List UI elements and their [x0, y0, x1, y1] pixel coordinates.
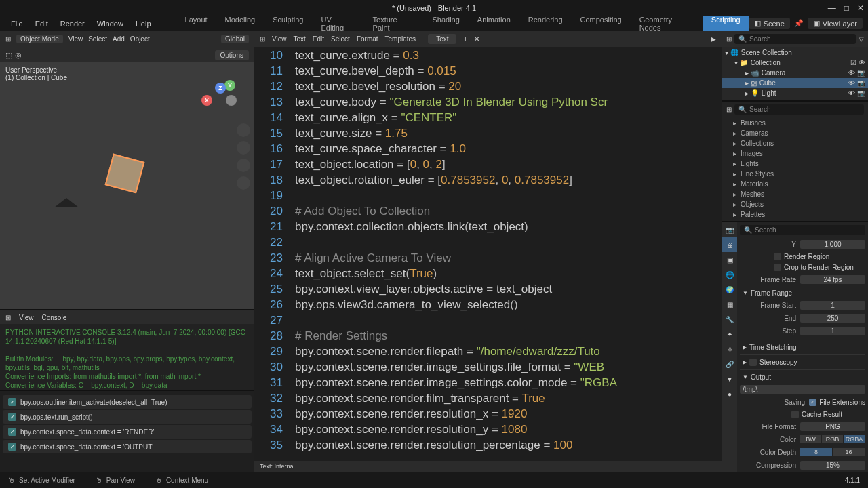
- maximize-icon[interactable]: □: [844, 3, 849, 13]
- gizmo-x-icon[interactable]: X: [201, 95, 212, 106]
- code-line[interactable]: 17text_object.location = [0, 0, 2]: [254, 157, 722, 172]
- frame-step-input[interactable]: 1: [800, 327, 865, 336]
- code-line[interactable]: 27: [254, 312, 722, 328]
- mode-selector[interactable]: Object Mode: [16, 35, 63, 43]
- tab-scripting[interactable]: Scripting: [703, 14, 749, 34]
- code-line[interactable]: 35bpy.context.scene.render.resolution_pe…: [254, 437, 722, 453]
- menu-help[interactable]: Help: [130, 18, 157, 29]
- menu-render[interactable]: Render: [55, 18, 90, 29]
- code-line[interactable]: 16text_curve.space_character = 1.0: [254, 141, 722, 157]
- te-text[interactable]: Text: [294, 35, 306, 43]
- catalog-brushes[interactable]: ▸ Brushes: [722, 118, 868, 128]
- camera-object[interactable]: [54, 198, 79, 207]
- menu-edit[interactable]: Edit: [30, 18, 54, 29]
- tab-animation[interactable]: Animation: [469, 14, 519, 34]
- prop-tab-modifiers[interactable]: 🔧: [722, 312, 737, 327]
- code-line[interactable]: 19: [254, 188, 722, 203]
- code-line[interactable]: 18text_object.rotation_euler = [0.785395…: [254, 172, 722, 188]
- framerate-select[interactable]: 24 fps: [800, 275, 865, 284]
- options-button[interactable]: Options: [215, 50, 249, 60]
- out-scene-collection[interactable]: ▾ 🌐 Scene Collection: [722, 47, 868, 58]
- filter-icon[interactable]: ▽: [859, 35, 864, 43]
- tool-select-icon[interactable]: ⬚: [5, 51, 12, 60]
- unlink-icon[interactable]: ✕: [474, 35, 479, 43]
- stereoscopy-section[interactable]: ▶Stereoscopy: [740, 357, 865, 367]
- outliner-light[interactable]: ▸ 💡 Light👁📷: [722, 88, 868, 98]
- tab-modeling[interactable]: Modeling: [217, 14, 264, 34]
- code-line[interactable]: 25bpy.context.view_layer.objects.active …: [254, 281, 722, 297]
- tab-rendering[interactable]: Rendering: [520, 14, 571, 34]
- prop-tab-particles[interactable]: ✦: [722, 327, 737, 342]
- text-editor-icon[interactable]: ⊞: [260, 35, 265, 43]
- te-edit[interactable]: Edit: [313, 35, 324, 43]
- orientation-selector[interactable]: Global: [221, 35, 249, 43]
- catalog-images[interactable]: ▸ Images: [722, 148, 868, 159]
- frame-end-input[interactable]: 250: [800, 314, 865, 323]
- catalog-materials[interactable]: ▸ Materials: [722, 179, 868, 189]
- code-line[interactable]: 23# Align Active Camera To View: [254, 250, 722, 266]
- file-format-select[interactable]: PNG: [800, 422, 865, 431]
- code-line[interactable]: 12text_curve.bevel_resolution = 20: [254, 79, 722, 94]
- persp-toggle-icon[interactable]: [237, 176, 250, 190]
- color-rgb[interactable]: RGB: [822, 435, 844, 443]
- scene-selector[interactable]: ◧ Scene: [749, 18, 790, 29]
- console-console[interactable]: Console: [42, 314, 67, 321]
- code-line[interactable]: 10text_curve.extrude = 0.3: [254, 47, 722, 63]
- outliner-cube[interactable]: ▸ ▨ Cube👁📷: [722, 78, 868, 88]
- code-line[interactable]: 13text_curve.body = "Generate 3D In Blen…: [254, 94, 722, 110]
- code-line[interactable]: 29bpy.context.scene.render.filepath = "/…: [254, 344, 722, 359]
- tab-geometry-nodes[interactable]: Geometry Nodes: [631, 14, 702, 34]
- catalog-objects[interactable]: ▸ Objects: [722, 199, 868, 209]
- te-format[interactable]: Format: [357, 35, 378, 43]
- text-block-name[interactable]: Text: [428, 34, 456, 44]
- tab-layout[interactable]: Layout: [177, 14, 216, 34]
- menu-file[interactable]: File: [5, 18, 28, 29]
- viewport-menu-view[interactable]: View: [68, 35, 83, 43]
- prop-tab-viewlayer[interactable]: ▣: [722, 252, 737, 267]
- catalog-meshes[interactable]: ▸ Meshes: [722, 189, 868, 199]
- tab-sculpting[interactable]: Sculpting: [264, 14, 311, 34]
- depth-8[interactable]: 8: [800, 448, 833, 456]
- crop-check[interactable]: [774, 264, 781, 271]
- prop-tab-object[interactable]: ▦: [722, 297, 737, 312]
- code-line[interactable]: 26bpy.ops.view3d.camera_to_view_selected…: [254, 297, 722, 312]
- gizmo-z-icon[interactable]: Z: [215, 83, 226, 94]
- catalog-lights[interactable]: ▸ Lights: [722, 159, 868, 169]
- new-text-icon[interactable]: +: [463, 35, 467, 43]
- outliner-icon[interactable]: ⊞: [726, 35, 732, 43]
- menu-window[interactable]: Window: [92, 18, 129, 29]
- color-bw[interactable]: BW: [800, 435, 822, 443]
- tab-texture-paint[interactable]: Texture Paint: [365, 14, 423, 34]
- viewport-menu-object[interactable]: Object: [130, 35, 150, 43]
- catalog-icon[interactable]: ⊞: [726, 106, 732, 113]
- depth-16[interactable]: 16: [833, 448, 865, 456]
- catalog-search[interactable]: 🔍 Search: [734, 104, 864, 115]
- code-line[interactable]: 20# Add Object To Collection: [254, 203, 722, 219]
- cube-object[interactable]: [105, 154, 145, 194]
- code-line[interactable]: 15text_curve.size = 1.75: [254, 125, 722, 141]
- outliner[interactable]: ▾ 🌐 Scene Collection ▾ 📁 Collection☑👁 ▸ …: [722, 47, 868, 100]
- outliner-camera[interactable]: ▸ 📹 Camera👁📷: [722, 68, 868, 78]
- viewport-3d[interactable]: User Perspective (1) Collection | Cube X…: [0, 62, 254, 309]
- history-item[interactable]: ✓bpy.context.space_data.context = 'RENDE…: [3, 425, 252, 439]
- prop-tab-physics[interactable]: ⚛: [722, 342, 737, 357]
- compression-input[interactable]: 15%: [800, 461, 865, 470]
- code-line[interactable]: 24text_object.select_set(True): [254, 266, 722, 281]
- code-line[interactable]: 21bpy.context.collection.objects.link(te…: [254, 219, 722, 235]
- catalog-cameras[interactable]: ▸ Cameras: [722, 128, 868, 138]
- code-area[interactable]: 10text_curve.extrude = 0.311text_curve.b…: [254, 47, 722, 461]
- code-line[interactable]: 30bpy.context.scene.render.image_setting…: [254, 359, 722, 375]
- prop-tab-render[interactable]: 📷: [722, 222, 737, 237]
- output-section[interactable]: ▼Output: [740, 372, 865, 382]
- history-item[interactable]: ✓bpy.context.space_data.context = 'OUTPU…: [3, 440, 252, 453]
- cache-check[interactable]: [791, 411, 799, 418]
- history-item[interactable]: ✓bpy.ops.outliner.item_activate(deselect…: [3, 395, 252, 409]
- code-line[interactable]: 28# Render Settings: [254, 328, 722, 344]
- prop-tab-data[interactable]: ▼: [722, 371, 737, 386]
- viewlayer-selector[interactable]: ▣ ViewLayer: [808, 18, 863, 29]
- tab-shading[interactable]: Shading: [424, 14, 467, 34]
- properties-search[interactable]: 🔍 Search: [740, 225, 865, 235]
- render-region-check[interactable]: [774, 253, 781, 260]
- code-line[interactable]: 34bpy.context.scene.render.resolution_y …: [254, 422, 722, 437]
- gizmo-y-icon[interactable]: Y: [224, 80, 235, 91]
